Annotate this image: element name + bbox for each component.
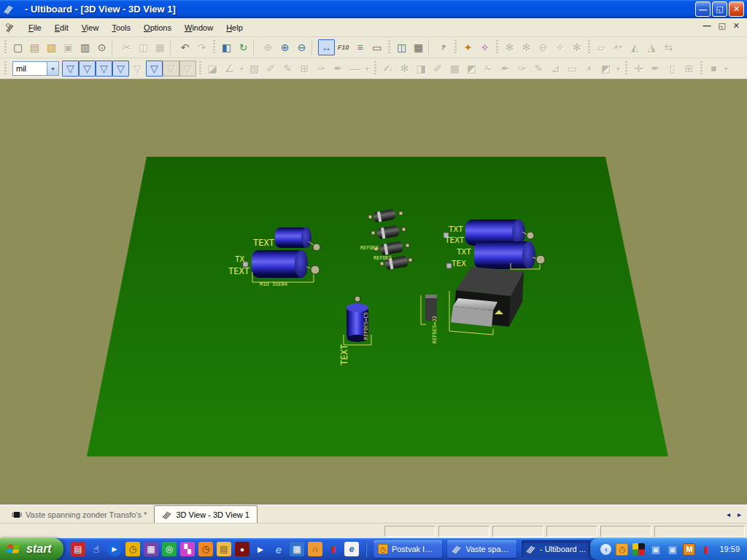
tool-annotate-button[interactable]: ▱ [593,39,610,55]
rect-tool-button[interactable]: ▭ [564,61,581,77]
properties-button[interactable]: ◧ [218,39,235,55]
zoom-out-button[interactable]: ⊖ [293,39,310,55]
start-button[interactable]: start [0,538,63,560]
color-swatch-button[interactable]: ■ [705,61,722,77]
menu-tools[interactable]: Tools [105,20,137,35]
hatch-tool-button[interactable]: ▨ [246,61,263,77]
filter-parts-button[interactable]: ▽ [62,61,79,77]
tool-flash-button[interactable]: ✧ [551,39,568,55]
ql-cursor-icon[interactable]: ► [253,542,268,556]
ql-arch-icon[interactable]: ∩ [308,542,322,556]
multi-pen-button[interactable]: ✻ [396,61,413,77]
quill-tool-button[interactable]: ✒ [330,61,347,77]
trace-pen-1-button[interactable]: ✁ [480,61,497,77]
ql-ie-icon[interactable]: e [271,542,286,556]
place-tool-button[interactable]: ▯ [664,61,681,77]
ql-lamp-icon[interactable]: ▮ [326,542,341,556]
print-preview-button[interactable]: ⊙ [93,39,110,55]
tab-scroll-right-button[interactable]: ▸ [738,510,741,518]
redo-button[interactable]: ↷ [193,39,210,55]
tab-vaste-spanning[interactable]: Vaste spanning zonder Transfo's * [4,507,154,523]
mdi-close-button[interactable]: ✕ [733,21,740,31]
ql-ie-doc-icon[interactable]: e [344,542,359,556]
menu-options[interactable]: Options [137,20,178,35]
tray-device-icon[interactable]: ▮ [700,543,712,556]
menu-edit[interactable]: Edit [48,20,75,35]
spreadsheet-button[interactable]: ▦ [410,39,427,55]
pcb-board[interactable] [87,157,668,456]
ql-hand-icon[interactable]: ☝ [89,542,104,556]
menu-view[interactable]: View [75,20,106,35]
corner-tool-button[interactable]: ◪ [204,61,221,77]
blob-tool-button[interactable]: ✒ [647,61,664,77]
tool-probe-button[interactable]: ⊖ [535,39,551,55]
paste-button[interactable]: ▦ [152,39,169,55]
trace-pen-2-button[interactable]: ✒ [497,61,514,77]
mdi-restore-button[interactable]: ◱ [718,21,725,31]
filter-other-button[interactable]: ▽ [129,61,146,77]
cut-button[interactable]: ✂ [118,39,135,55]
ql-palette-icon[interactable]: ▚ [180,542,195,556]
tray-clock-icon[interactable]: ◷ [616,543,628,556]
tool-wheel-button[interactable]: ✻ [501,39,518,55]
tray-color-grid-icon[interactable] [632,543,645,556]
ql-image-icon[interactable]: ▦ [144,542,158,556]
ruler-tool-button[interactable]: ⊞ [681,61,697,77]
help-button[interactable]: ? [435,39,452,55]
grid-pen-button[interactable]: ⊞ [296,61,313,77]
print-button[interactable]: ▥ [77,39,93,55]
close-button[interactable]: ✕ [729,1,744,17]
filter-traces-button[interactable]: ▽ [79,61,96,77]
text-tool-button[interactable]: A [581,61,597,77]
fill-poly-button[interactable]: ◩ [463,61,480,77]
filter-values-button[interactable]: ▽ [112,61,129,77]
task-button-vaste-spanning[interactable]: Vaste spann... [447,540,516,558]
zoom-value-button[interactable]: F10 [335,39,352,55]
copy-button[interactable]: ◫ [135,39,152,55]
filter-text-button[interactable]: ▽ [163,61,179,77]
filter-shapes-button[interactable]: ▽ [96,61,112,77]
open-button[interactable]: ▤ [26,39,43,55]
mdi-minimize-button[interactable]: — [703,21,711,31]
swap-layer-button[interactable]: ⇆ [660,39,677,55]
align-button[interactable]: ≡ [352,39,368,55]
forward-annotate-button[interactable]: ✦ [460,39,476,55]
zoom-full-button[interactable]: ↔ [318,39,335,55]
zoom-window-button[interactable]: ⊕ [260,39,276,55]
rotate-ccw-button[interactable]: ◭ [627,39,643,55]
dropdown-arrow[interactable]: ▾ [363,61,371,77]
ql-clock-icon[interactable]: ◷ [198,542,213,556]
line-width-button[interactable]: — [347,61,363,77]
zoom-in-button[interactable]: ⊕ [276,39,293,55]
tray-mcafee-icon[interactable]: M [683,543,695,556]
tray-network-icon[interactable]: ▣ [649,543,662,556]
3d-viewport[interactable]: TEXT TX TEXT M1U 3SE04 REFDES REFDES TEX… [0,79,747,505]
minimize-button[interactable]: — [695,1,711,17]
filter-export-button[interactable]: ▽ [179,61,196,77]
dropdown-arrow[interactable]: ▾ [722,61,730,77]
tool-fan-button[interactable]: ✻ [518,39,535,55]
trace-pen-3-button[interactable]: ✑ [514,61,530,77]
tab-3d-view[interactable]: 3D View - 3D View 1 [154,505,257,523]
ql-media-player-icon[interactable]: ▶ [107,542,122,556]
open-project-button[interactable]: ▧ [43,39,60,55]
save-button[interactable]: ▣ [60,39,77,55]
ql-globe-search-icon[interactable]: ◎ [162,542,177,556]
ql-folder-icon[interactable]: ▤ [217,542,231,556]
tab-scroll-left-button[interactable]: ◂ [727,510,730,518]
task-button-ultiboard[interactable]: - Ultiboard ... [522,540,591,558]
dropdown-arrow[interactable]: ▾ [614,61,622,77]
3d-scene[interactable]: TEXT TX TEXT M1U 3SE04 REFDES REFDES TEX… [0,79,747,505]
trace-pen-4-button[interactable]: ✎ [530,61,547,77]
dimension-tool-button[interactable]: ✍ [379,61,396,77]
units-combobox[interactable]: mil ▾ [12,61,59,76]
rotate-cw-button[interactable]: ◮ [643,39,660,55]
tray-network-icon[interactable]: ▣ [666,543,678,556]
combo-arrow-icon[interactable]: ▾ [47,62,58,75]
dropdown-arrow[interactable]: ▾ [238,61,246,77]
text-plus-button[interactable]: A+ [610,39,627,55]
stamp-tool-button[interactable]: ◨ [413,61,430,77]
filter-pads-button[interactable]: ▽ [146,61,163,77]
tray-hide-chevron[interactable]: ‹ [600,544,611,555]
nib-tool-button[interactable]: ✑ [313,61,330,77]
